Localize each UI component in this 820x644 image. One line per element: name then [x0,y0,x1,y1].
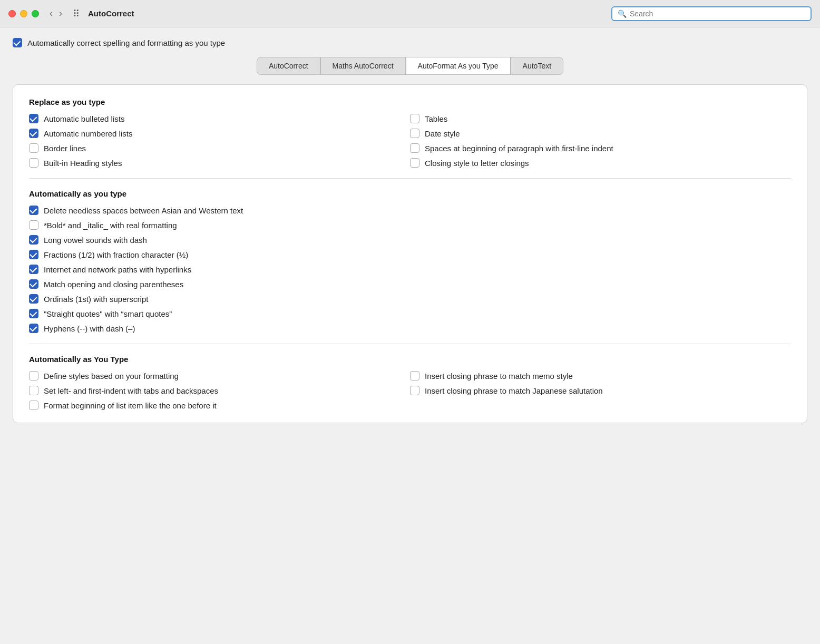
list-item: Built-in Heading styles [29,158,410,168]
ordinals-superscript-label: Ordinals (1st) with superscript [44,295,148,304]
titlebar: ‹ › ⠿ AutoCorrect 🔍 [0,0,820,27]
auto-type-section-title: Automatically as you type [29,189,791,198]
delete-needless-spaces-checkbox[interactable] [29,206,38,215]
list-item: Delete needless spaces between Asian and… [29,206,791,215]
spaces-beginning-paragraph-label: Spaces at beginning of paragraph with fi… [425,144,613,153]
ordinals-superscript-checkbox[interactable] [29,294,38,304]
list-item: Tables [410,114,791,123]
list-item: Match opening and closing parentheses [29,279,791,289]
top-checkbox-row: Automatically correct spelling and forma… [13,38,807,47]
tables-label: Tables [425,114,447,123]
list-item: Ordinals (1st) with superscript [29,294,791,304]
replace-left-col: Automatic bulleted lists Automatic numbe… [29,114,410,168]
list-item: Closing style to letter closings [410,158,791,168]
date-style-label: Date style [425,129,460,138]
traffic-lights [8,10,39,17]
bold-italic-checkbox[interactable] [29,220,38,230]
replace-right-col: Tables Date style Spaces at beginning of… [410,114,791,168]
internet-paths-label: Internet and network paths with hyperlin… [44,265,191,274]
tab-autotext[interactable]: AutoText [511,57,563,75]
tab-autoformat-as-you-type[interactable]: AutoFormat As you Type [406,57,511,75]
auto-type2-options-grid: Define styles based on your formatting S… [29,371,791,410]
set-left-first-indent-checkbox[interactable] [29,386,38,395]
search-icon: 🔍 [618,9,627,18]
list-item: Set left- and first-indent with tabs and… [29,386,410,395]
tab-maths-autocorrect[interactable]: Maths AutoCorrect [320,57,406,75]
spaces-beginning-paragraph-checkbox[interactable] [410,143,419,153]
auto-type-options: Delete needless spaces between Asian and… [29,206,791,333]
straight-quotes-label: "Straight quotes" with “smart quotes” [44,309,172,318]
list-item: Define styles based on your formatting [29,371,410,380]
format-beginning-list-label: Format beginning of list item like the o… [44,401,217,410]
match-parentheses-checkbox[interactable] [29,279,38,289]
replace-options-grid: Automatic bulleted lists Automatic numbe… [29,114,791,168]
nav-back-button[interactable]: ‹ [47,7,55,20]
close-button[interactable] [8,10,16,17]
straight-quotes-checkbox[interactable] [29,309,38,318]
define-styles-checkbox[interactable] [29,371,38,380]
fractions-checkbox[interactable] [29,250,38,259]
list-item: Automatic bulleted lists [29,114,410,123]
auto-type2-left-col: Define styles based on your formatting S… [29,371,410,410]
date-style-checkbox[interactable] [410,129,419,138]
list-item: Hyphens (--) with dash (–) [29,324,791,333]
auto-bulleted-lists-label: Automatic bulleted lists [44,114,124,123]
format-beginning-list-checkbox[interactable] [29,401,38,410]
auto-correct-spelling-checkbox[interactable] [13,38,22,47]
nav-forward-button[interactable]: › [57,7,64,20]
set-left-first-indent-label: Set left- and first-indent with tabs and… [44,386,218,395]
nav-arrows: ‹ › [47,7,64,20]
internet-paths-checkbox[interactable] [29,265,38,274]
closing-style-letter-checkbox[interactable] [410,158,419,168]
maximize-button[interactable] [32,10,39,17]
insert-closing-phrase-memo-label: Insert closing phrase to match memo styl… [425,372,573,380]
auto-type2-section-title: Automatically as You Type [29,355,791,364]
bold-italic-label: *Bold* and _italic_ with real formatting [44,221,177,230]
section-divider-2 [29,344,791,344]
list-item: Automatic numbered lists [29,129,410,138]
closing-style-letter-label: Closing style to letter closings [425,159,529,168]
long-vowel-sounds-checkbox[interactable] [29,235,38,245]
auto-type2-right-col: Insert closing phrase to match memo styl… [410,371,791,410]
list-item: Insert closing phrase to match Japanese … [410,386,791,395]
list-item: *Bold* and _italic_ with real formatting [29,220,791,230]
list-item: Internet and network paths with hyperlin… [29,265,791,274]
match-parentheses-label: Match opening and closing parentheses [44,280,183,289]
insert-closing-phrase-japanese-label: Insert closing phrase to match Japanese … [425,386,603,395]
built-in-heading-styles-checkbox[interactable] [29,158,38,168]
fractions-label: Fractions (1/2) with fraction character … [44,250,188,259]
auto-numbered-lists-label: Automatic numbered lists [44,129,132,138]
border-lines-checkbox[interactable] [29,143,38,153]
auto-bulleted-lists-checkbox[interactable] [29,114,38,123]
tabs: AutoCorrect Maths AutoCorrect AutoFormat… [13,57,807,75]
auto-numbered-lists-checkbox[interactable] [29,129,38,138]
list-item: Fractions (1/2) with fraction character … [29,250,791,259]
hyphens-dash-label: Hyphens (--) with dash (–) [44,324,135,333]
long-vowel-sounds-label: Long vowel sounds with dash [44,236,147,245]
replace-section-title: Replace as you type [29,97,791,106]
insert-closing-phrase-japanese-checkbox[interactable] [410,386,419,395]
grid-icon[interactable]: ⠿ [73,8,80,19]
settings-panel: Replace as you type Automatic bulleted l… [13,84,807,423]
minimize-button[interactable] [20,10,27,17]
built-in-heading-styles-label: Built-in Heading styles [44,159,122,168]
list-item: "Straight quotes" with “smart quotes” [29,309,791,318]
list-item: Spaces at beginning of paragraph with fi… [410,143,791,153]
delete-needless-spaces-label: Delete needless spaces between Asian and… [44,206,243,215]
tables-checkbox[interactable] [410,114,419,123]
tab-autocorrect[interactable]: AutoCorrect [257,57,320,75]
define-styles-label: Define styles based on your formatting [44,372,179,380]
list-item: Date style [410,129,791,138]
section-divider [29,178,791,179]
auto-correct-spelling-label: Automatically correct spelling and forma… [27,38,225,47]
content-area: Automatically correct spelling and forma… [0,27,820,644]
insert-closing-phrase-memo-checkbox[interactable] [410,371,419,380]
border-lines-label: Border lines [44,144,86,153]
window-title: AutoCorrect [88,9,605,18]
list-item: Long vowel sounds with dash [29,235,791,245]
list-item: Format beginning of list item like the o… [29,401,410,410]
search-input[interactable] [630,9,805,18]
hyphens-dash-checkbox[interactable] [29,324,38,333]
search-box: 🔍 [611,6,812,21]
list-item: Border lines [29,143,410,153]
